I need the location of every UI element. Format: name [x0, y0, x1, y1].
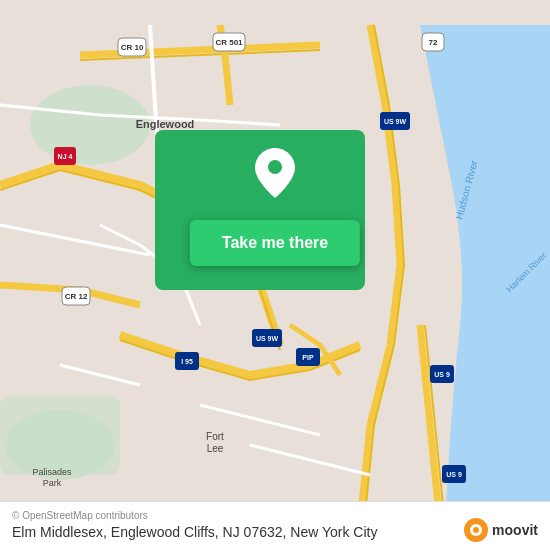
svg-text:US 9: US 9: [446, 471, 462, 478]
svg-point-1: [30, 85, 150, 165]
svg-rect-3: [0, 395, 120, 475]
svg-text:Park: Park: [43, 478, 62, 488]
take-me-there-button[interactable]: Take me there: [190, 220, 360, 266]
svg-text:Palisades: Palisades: [32, 467, 72, 477]
svg-text:Lee: Lee: [207, 443, 224, 454]
map-pin: [255, 148, 295, 198]
map-container: CR 10 CR 501 72 NJ 4 NJ 4 US 9W CR 12 I …: [0, 0, 550, 550]
svg-text:US 9: US 9: [434, 371, 450, 378]
svg-text:Fort: Fort: [206, 431, 224, 442]
moovit-text: moovit: [492, 522, 538, 538]
svg-point-36: [268, 160, 282, 174]
svg-text:US 9W: US 9W: [384, 118, 407, 125]
svg-text:NJ 4: NJ 4: [58, 153, 73, 160]
location-address: Elm Middlesex, Englewood Cliffs, NJ 0763…: [12, 524, 538, 540]
svg-text:US 9W: US 9W: [256, 335, 279, 342]
svg-text:PIP: PIP: [302, 354, 314, 361]
svg-text:CR 12: CR 12: [65, 292, 88, 301]
moovit-logo: moovit: [464, 518, 538, 542]
moovit-icon: [464, 518, 488, 542]
svg-text:I 95: I 95: [181, 358, 193, 365]
svg-text:CR 501: CR 501: [215, 38, 243, 47]
svg-text:CR 10: CR 10: [121, 43, 144, 52]
svg-text:Englewood: Englewood: [136, 118, 195, 130]
svg-point-39: [473, 527, 479, 533]
attribution-text: © OpenStreetMap contributors: [12, 510, 538, 521]
svg-text:72: 72: [429, 38, 438, 47]
